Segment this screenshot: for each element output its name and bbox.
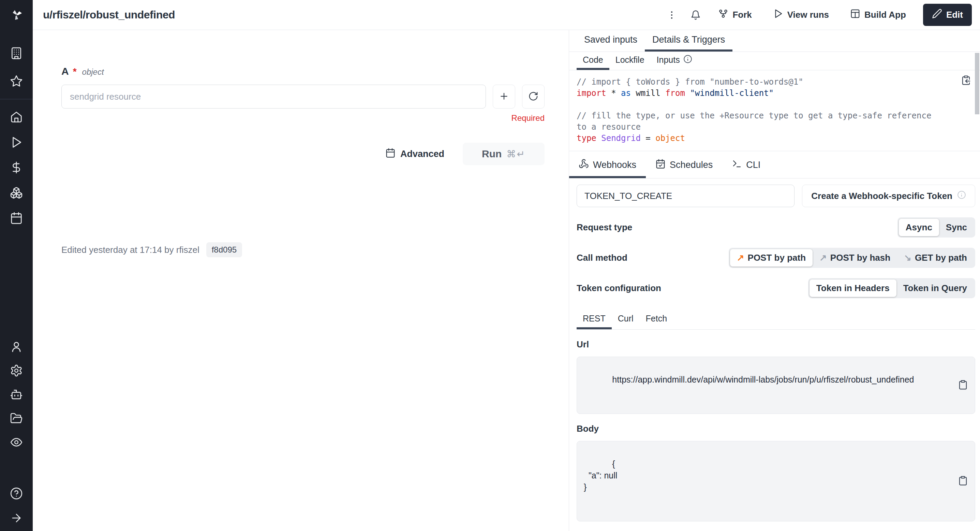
sidebar-group-last <box>9 486 24 526</box>
arrow-up-right-icon: ↗ <box>737 252 745 263</box>
tab-inputs[interactable]: Inputs <box>651 52 698 70</box>
call-method-row: Call method ↗ POST by path ↗ POST by has… <box>577 248 975 268</box>
folder-open-icon[interactable] <box>9 411 24 426</box>
token-in-query[interactable]: Token in Query <box>896 279 974 297</box>
sidebar-divider <box>0 99 33 99</box>
boxes-icon[interactable] <box>9 185 24 200</box>
hash-badge[interactable]: f8d095 <box>206 242 242 257</box>
copy-url-button[interactable] <box>940 375 968 396</box>
eye-icon[interactable] <box>9 435 24 450</box>
building-icon[interactable] <box>9 46 24 61</box>
page-title: u/rfiszel/robust_undefined <box>43 8 175 21</box>
sidebar-group-top <box>9 46 24 89</box>
call-method-get-by-path-label: GET by path <box>915 252 967 263</box>
star-icon[interactable] <box>9 74 24 89</box>
field-type-label: object <box>82 67 104 77</box>
request-type-row: Request type Async Sync <box>577 217 975 238</box>
token-input[interactable] <box>577 185 794 207</box>
fork-label: Fork <box>732 10 751 20</box>
request-type-label: Request type <box>577 222 632 233</box>
call-method-get-by-path[interactable]: ↘ GET by path <box>897 249 974 266</box>
call-method-post-by-path[interactable]: ↗ POST by path <box>730 249 813 266</box>
dollar-icon[interactable] <box>9 160 24 175</box>
bell-icon[interactable] <box>688 8 703 22</box>
tab-lockfile[interactable]: Lockfile <box>609 52 651 70</box>
form-actions-row: Advanced Run ⌘↵ <box>61 143 544 165</box>
home-icon[interactable] <box>9 110 24 124</box>
build-app-button[interactable]: Build App <box>844 5 912 25</box>
calendar-icon <box>385 148 396 160</box>
gear-icon[interactable] <box>9 363 24 378</box>
advanced-label: Advanced <box>400 149 444 159</box>
help-circle-icon[interactable] <box>9 486 24 501</box>
robot-icon[interactable] <box>9 387 24 402</box>
sidebar-group-main <box>9 110 24 226</box>
details-panel: Saved inputs Details & Triggers Code Loc… <box>569 30 980 531</box>
add-resource-button[interactable] <box>493 85 515 108</box>
edited-row: Edited yesterday at 17:14 by rfiszel f8d… <box>61 242 544 257</box>
edit-button[interactable]: Edit <box>923 4 972 26</box>
call-method-post-by-hash[interactable]: ↗ POST by hash <box>813 249 897 266</box>
refresh-button[interactable] <box>522 85 544 108</box>
kebab-menu-icon[interactable] <box>664 8 679 22</box>
tab-cli-label: CLI <box>746 160 760 170</box>
resource-input[interactable] <box>61 85 486 108</box>
build-app-label: Build App <box>864 10 906 20</box>
run-button[interactable]: Run ⌘↵ <box>463 143 544 165</box>
tab-inputs-label: Inputs <box>657 55 680 65</box>
fork-button[interactable]: Fork <box>712 5 758 25</box>
tab-code[interactable]: Code <box>577 52 609 70</box>
token-row: Create a Webhook-specific Token <box>577 185 975 207</box>
url-value: https://app.windmill.dev/api/w/windmill-… <box>612 375 914 384</box>
tab-fetch[interactable]: Fetch <box>640 310 673 329</box>
tab-rest[interactable]: REST <box>577 310 612 329</box>
windmill-logo-icon[interactable] <box>0 0 33 30</box>
panel-scrollbar[interactable] <box>975 53 979 114</box>
arrow-right-icon[interactable] <box>9 510 24 526</box>
create-webhook-token-button[interactable]: Create a Webhook-specific Token <box>802 185 975 207</box>
code-lines: // import { toWords } from "number-to-wo… <box>577 77 939 144</box>
webhook-icon <box>579 159 589 171</box>
detail-subtabbar: Code Lockfile Inputs <box>569 52 980 70</box>
tab-schedules[interactable]: Schedules <box>646 154 722 178</box>
call-method-post-by-hash-label: POST by hash <box>830 252 890 263</box>
run-form-pane: A* object Required <box>33 30 569 531</box>
terminal-icon <box>732 159 742 171</box>
token-config-row: Token configuration Token in Headers Tok… <box>577 278 975 298</box>
field-name: A <box>61 65 69 77</box>
tab-webhooks[interactable]: Webhooks <box>569 154 646 178</box>
info-icon <box>957 190 966 202</box>
run-shortcut: ⌘↵ <box>506 148 525 160</box>
request-type-sync[interactable]: Sync <box>939 219 974 236</box>
app-root: u/rfiszel/robust_undefined Fork View run… <box>0 0 980 531</box>
tab-saved-inputs[interactable]: Saved inputs <box>577 30 645 51</box>
play-outline-icon <box>773 8 783 21</box>
required-star: * <box>73 66 77 77</box>
copy-code-button[interactable] <box>961 75 971 86</box>
clipboard-icon <box>958 386 968 391</box>
url-field: https://app.windmill.dev/api/w/windmill-… <box>577 357 975 414</box>
calendar-icon[interactable] <box>9 210 24 226</box>
advanced-button[interactable]: Advanced <box>385 148 444 160</box>
tab-details-triggers[interactable]: Details & Triggers <box>645 30 732 51</box>
arrow-up-right-icon: ↗ <box>819 252 827 263</box>
play-icon[interactable] <box>9 135 24 150</box>
sidebar-group-bottom <box>9 339 24 450</box>
user-icon[interactable] <box>9 339 24 354</box>
pencil-icon <box>932 8 942 21</box>
layout-grid-icon <box>850 8 860 21</box>
call-method-toggle: ↗ POST by path ↗ POST by hash ↘ GET by p… <box>729 248 975 268</box>
call-method-label: Call method <box>577 252 627 263</box>
panel-tabbar: Saved inputs Details & Triggers <box>569 30 980 52</box>
code-block: // import { toWords } from "number-to-wo… <box>569 70 980 151</box>
token-config-toggle: Token in Headers Token in Query <box>808 278 975 298</box>
tab-cli[interactable]: CLI <box>722 154 770 178</box>
view-runs-button[interactable]: View runs <box>767 5 835 25</box>
request-type-toggle: Async Sync <box>897 217 975 238</box>
copy-body-button[interactable] <box>940 470 968 492</box>
create-webhook-token-label: Create a Webhook-specific Token <box>811 191 952 201</box>
request-type-async[interactable]: Async <box>899 219 939 236</box>
calendar-check-icon <box>655 159 666 171</box>
token-in-headers[interactable]: Token in Headers <box>810 279 896 297</box>
tab-curl[interactable]: Curl <box>612 310 640 329</box>
